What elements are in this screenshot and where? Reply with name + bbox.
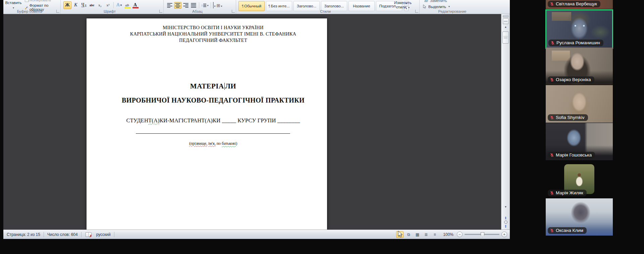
participant-tile[interactable]: Оксана Клим [546,198,613,236]
scroll-down-icon[interactable] [501,205,510,208]
paragraph-group: ↕ Абзац [164,0,236,14]
draft-view-button[interactable] [431,231,438,238]
mic-muted-icon [550,115,554,120]
paste-button[interactable]: Вставить [5,1,22,9]
word-window: Вставить Копировать Формат по образцу Бу… [3,0,510,239]
zoom-slider[interactable] [465,234,499,235]
mic-muted-icon [550,228,554,233]
outline-view-button[interactable] [422,231,430,238]
participant-tile-active-speaker[interactable]: Руслана Романишин [545,9,613,49]
zoom-in-button[interactable]: + [501,232,507,237]
language-indicator[interactable]: русский [93,232,114,237]
styles-group: Обычный Без инте... Заголово... Заголово… [236,0,420,14]
change-styles-line1: Изменить [394,1,412,5]
scroll-up-icon[interactable] [501,25,510,28]
caption-text: по [217,141,221,146]
zoom-slider-handle[interactable] [481,232,484,237]
mic-muted-icon [550,191,554,195]
superscript-button[interactable]: x² [104,2,112,9]
dialog-launcher-icon[interactable] [415,10,418,13]
dialog-launcher-icon[interactable] [232,10,235,13]
fill-in-line [136,133,290,134]
participant-name: Марія Жиляк [556,190,583,195]
mic-muted-icon [550,153,554,157]
header-line: МІНІСТЕРСТВО ОСВІТИ І НАУКИ УКРАЇНИ [99,24,327,31]
participant-tile[interactable]: Марія Жиляк [546,161,613,198]
underline-button[interactable]: Ч [80,2,88,9]
shading-icon [213,2,214,8]
page-indicator[interactable]: Страница: 2 из 15 [3,232,44,237]
participant-name-label: Марія Жиляк [548,190,587,196]
participant-name-label: Руслана Романишин [548,40,603,46]
participant-tile[interactable]: Марія Гошовська [546,123,613,160]
align-center-button[interactable] [174,2,181,9]
participant-name: Руслана Романишин [556,40,600,45]
separator [113,2,114,8]
format-painter-icon [24,5,28,10]
student-line-spellcheck: Т(А) [148,117,160,124]
separator [199,2,199,8]
italic-button[interactable]: К [72,2,79,9]
subscript-button[interactable]: x₂ [96,2,104,9]
replace-button[interactable]: ab Заменить [424,0,447,3]
participant-tile[interactable]: Озарко Вероніка [546,48,613,85]
split-handle[interactable] [503,15,508,17]
copy-icon [25,0,29,2]
align-right-button[interactable] [182,2,189,8]
word-count[interactable]: Число слов: 604 [44,232,81,237]
borders-button[interactable] [217,3,222,8]
select-label: Выделить [428,5,446,9]
caption-text: батькові [222,141,236,146]
replace-label: Заменить [430,0,447,3]
separator [114,232,114,237]
dialog-launcher-icon[interactable] [159,10,162,13]
student-line-text: КИ-МАГІСТРАНТ(А)КИ _____ КУРСУ ГРУПИ ___… [160,117,300,124]
title-text: ЛИ [225,82,236,90]
group-label: Буфер обмена [3,9,56,13]
student-line-text: СТУДЕН [126,117,148,124]
bold-button[interactable]: Ж [63,1,71,9]
separator [81,232,82,237]
change-styles-button[interactable]: Изменить стили [392,1,414,10]
chevron-down-icon[interactable] [5,5,22,9]
web-layout-view-button[interactable] [414,231,421,238]
participant-name: Озарко Вероніка [556,77,591,82]
document-canvas: МІНІСТЕРСТВО ОСВІТИ І НАУКИ УКРАЇНИ КАРП… [3,14,501,230]
font-color-button[interactable]: А [131,2,139,9]
status-bar: Страница: 2 из 15 Число слов: 604 русски… [3,230,510,239]
shading-button[interactable] [213,2,216,8]
participant-name: Sofia Shymkiv [556,115,585,120]
editing-group: ab Заменить Выделить Редактирование [420,0,485,14]
text-effects-button[interactable]: А [115,2,123,9]
fullscreen-reading-view-button[interactable] [405,231,412,238]
vertical-scrollbar[interactable] [501,14,510,230]
copy-label: Копировать [30,0,51,2]
student-line: СТУДЕНТ(А)КИ-МАГІСТРАНТ(А)КИ _____ КУРСУ… [99,117,327,124]
spellcheck-icon[interactable] [86,232,92,237]
participant-tile[interactable]: Sofia Shymkiv [546,85,613,123]
mic-muted-icon [550,41,555,45]
next-page-icon[interactable] [504,225,507,228]
zoom-out-button[interactable]: − [457,232,463,237]
highlight-color-button[interactable]: ab [123,2,131,9]
participant-name-label: Sofia Shymkiv [548,114,588,121]
strikethrough-button[interactable]: abc [88,2,96,9]
browse-object-icon[interactable] [504,220,507,224]
group-label: Стили [236,9,415,13]
line-spacing-button[interactable]: ↕ [201,4,209,7]
document-page[interactable]: МІНІСТЕРСТВО ОСВІТИ І НАУКИ УКРАЇНИ КАРП… [87,18,327,230]
caption-text: ) [236,141,237,146]
ruler-toggle-icon[interactable] [503,18,508,24]
caption-text: ім'я, [208,141,216,146]
group-label: Абзац [164,9,231,13]
zoom-level[interactable]: 100% [443,232,453,237]
previous-page-icon[interactable] [504,216,507,219]
dialog-launcher-icon[interactable] [56,10,59,13]
align-left-button[interactable] [166,2,173,8]
participant-tile[interactable]: Світлана Вербещук [546,0,613,9]
mic-muted-icon [550,77,554,82]
copy-button[interactable]: Копировать [25,0,51,2]
select-button[interactable]: Выделить [423,4,450,9]
scrollbar-thumb[interactable] [502,31,509,44]
justify-button[interactable] [190,2,197,8]
